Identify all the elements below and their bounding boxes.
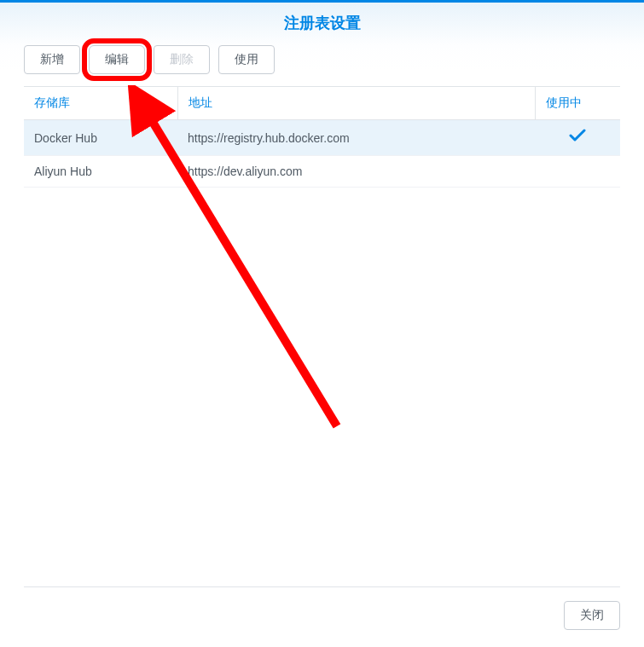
dialog-footer: 关闭 (0, 587, 644, 647)
header-repository[interactable]: 存储库 (24, 87, 177, 120)
table-container: 存储库 地址 使用中 Docker Hub https://registry.h… (0, 86, 644, 586)
table-row[interactable]: Aliyun Hub https://dev.aliyun.com (24, 156, 620, 188)
cell-url: https://dev.aliyun.com (177, 156, 535, 188)
delete-button: 删除 (154, 45, 210, 74)
cell-in-use (535, 156, 620, 188)
add-button[interactable]: 新增 (24, 45, 80, 74)
dialog-title: 注册表设置 (284, 14, 361, 32)
toolbar: 新增 编辑 删除 使用 (0, 40, 644, 86)
header-in-use[interactable]: 使用中 (535, 87, 620, 120)
edit-button[interactable]: 编辑 (89, 45, 145, 74)
check-icon (569, 129, 586, 147)
cell-in-use (535, 120, 620, 156)
cell-url: https://registry.hub.docker.com (177, 120, 535, 156)
use-button[interactable]: 使用 (218, 45, 275, 74)
table-body: Docker Hub https://registry.hub.docker.c… (24, 120, 620, 188)
header-url[interactable]: 地址 (177, 87, 535, 120)
table-row[interactable]: Docker Hub https://registry.hub.docker.c… (24, 120, 620, 156)
cell-repository: Aliyun Hub (24, 156, 177, 188)
close-button[interactable]: 关闭 (564, 601, 620, 630)
cell-repository: Docker Hub (24, 120, 177, 156)
registry-table: 存储库 地址 使用中 Docker Hub https://registry.h… (24, 86, 620, 188)
registry-settings-dialog: 注册表设置 新增 编辑 删除 使用 存储库 地址 使用中 Docker Hub … (0, 0, 644, 647)
dialog-title-bar: 注册表设置 (0, 3, 644, 40)
